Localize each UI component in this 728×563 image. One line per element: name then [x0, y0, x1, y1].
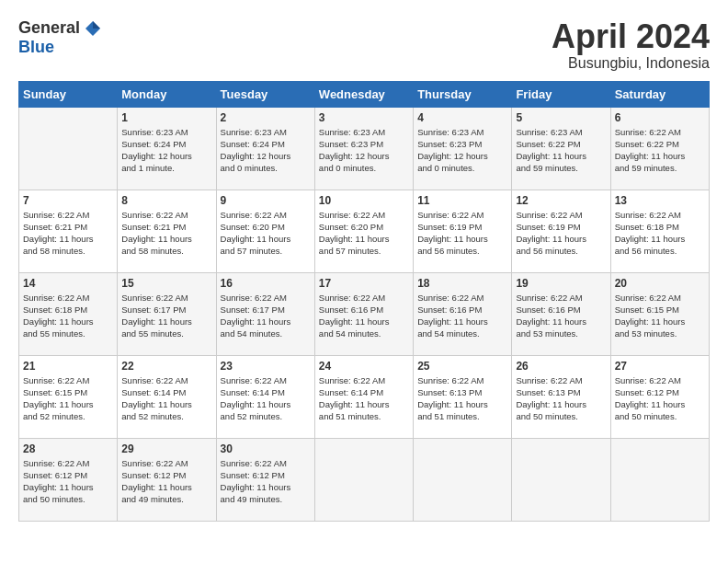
- calendar-cell: 10Sunrise: 6:22 AM Sunset: 6:20 PM Dayli…: [314, 190, 413, 272]
- calendar-cell: 23Sunrise: 6:22 AM Sunset: 6:14 PM Dayli…: [216, 355, 314, 438]
- title-block: April 2024 Busungbiu, Indonesia: [552, 18, 710, 72]
- header-day-sunday: Sunday: [19, 81, 118, 107]
- week-row-3: 14Sunrise: 6:22 AM Sunset: 6:18 PM Dayli…: [19, 272, 710, 355]
- week-row-2: 7Sunrise: 6:22 AM Sunset: 6:21 PM Daylig…: [19, 190, 710, 272]
- cell-info: Sunrise: 6:23 AM Sunset: 6:23 PM Dayligh…: [417, 126, 507, 175]
- cell-info: Sunrise: 6:22 AM Sunset: 6:13 PM Dayligh…: [516, 374, 606, 423]
- cell-info: Sunrise: 6:23 AM Sunset: 6:23 PM Dayligh…: [319, 126, 409, 175]
- day-number: 28: [23, 442, 113, 455]
- day-number: 12: [516, 194, 606, 207]
- cell-info: Sunrise: 6:22 AM Sunset: 6:13 PM Dayligh…: [417, 374, 507, 423]
- calendar-cell: 3Sunrise: 6:23 AM Sunset: 6:23 PM Daylig…: [314, 107, 413, 190]
- day-number: 22: [121, 360, 211, 373]
- cell-info: Sunrise: 6:22 AM Sunset: 6:21 PM Dayligh…: [23, 209, 113, 258]
- cell-info: Sunrise: 6:22 AM Sunset: 6:21 PM Dayligh…: [121, 209, 211, 258]
- cell-info: Sunrise: 6:23 AM Sunset: 6:24 PM Dayligh…: [221, 126, 311, 175]
- calendar-cell: 24Sunrise: 6:22 AM Sunset: 6:14 PM Dayli…: [314, 355, 413, 438]
- cell-info: Sunrise: 6:22 AM Sunset: 6:12 PM Dayligh…: [221, 457, 311, 506]
- cell-info: Sunrise: 6:22 AM Sunset: 6:18 PM Dayligh…: [615, 209, 705, 258]
- day-number: 11: [417, 194, 507, 207]
- cell-info: Sunrise: 6:22 AM Sunset: 6:17 PM Dayligh…: [121, 292, 211, 340]
- calendar-cell: 25Sunrise: 6:22 AM Sunset: 6:13 PM Dayli…: [414, 355, 512, 438]
- calendar-cell: 13Sunrise: 6:22 AM Sunset: 6:18 PM Dayli…: [610, 190, 709, 272]
- logo-blue-text: Blue: [18, 38, 54, 57]
- cell-info: Sunrise: 6:22 AM Sunset: 6:14 PM Dayligh…: [221, 374, 311, 423]
- logo-general-text: General: [18, 18, 80, 38]
- calendar-cell: 20Sunrise: 6:22 AM Sunset: 6:15 PM Dayli…: [610, 272, 709, 355]
- day-number: 7: [23, 194, 113, 207]
- cell-info: Sunrise: 6:23 AM Sunset: 6:22 PM Dayligh…: [516, 126, 606, 175]
- week-row-4: 21Sunrise: 6:22 AM Sunset: 6:15 PM Dayli…: [19, 355, 710, 438]
- calendar-cell: 5Sunrise: 6:23 AM Sunset: 6:22 PM Daylig…: [512, 107, 610, 190]
- calendar-cell: 2Sunrise: 6:23 AM Sunset: 6:24 PM Daylig…: [216, 107, 314, 190]
- cell-info: Sunrise: 6:22 AM Sunset: 6:12 PM Dayligh…: [615, 374, 705, 423]
- cell-info: Sunrise: 6:22 AM Sunset: 6:22 PM Dayligh…: [615, 126, 705, 175]
- header-day-wednesday: Wednesday: [314, 81, 413, 107]
- day-number: 23: [221, 360, 311, 373]
- day-number: 25: [417, 360, 507, 373]
- cell-info: Sunrise: 6:22 AM Sunset: 6:16 PM Dayligh…: [417, 292, 507, 340]
- cell-info: Sunrise: 6:22 AM Sunset: 6:18 PM Dayligh…: [23, 292, 113, 340]
- day-number: 5: [516, 111, 606, 124]
- day-number: 10: [319, 194, 409, 207]
- header-day-tuesday: Tuesday: [216, 81, 314, 107]
- day-number: 15: [121, 277, 211, 290]
- calendar-cell: 19Sunrise: 6:22 AM Sunset: 6:16 PM Dayli…: [512, 272, 610, 355]
- cell-info: Sunrise: 6:22 AM Sunset: 6:12 PM Dayligh…: [121, 457, 211, 506]
- day-number: 20: [615, 277, 705, 290]
- cell-info: Sunrise: 6:22 AM Sunset: 6:16 PM Dayligh…: [319, 292, 409, 340]
- calendar-cell: 16Sunrise: 6:22 AM Sunset: 6:17 PM Dayli…: [216, 272, 314, 355]
- calendar-cell: 15Sunrise: 6:22 AM Sunset: 6:17 PM Dayli…: [118, 272, 216, 355]
- calendar-cell: 21Sunrise: 6:22 AM Sunset: 6:15 PM Dayli…: [19, 355, 118, 438]
- calendar-cell: 18Sunrise: 6:22 AM Sunset: 6:16 PM Dayli…: [414, 272, 512, 355]
- header-day-friday: Friday: [512, 81, 610, 107]
- cell-info: Sunrise: 6:22 AM Sunset: 6:14 PM Dayligh…: [319, 374, 409, 423]
- header-day-monday: Monday: [118, 81, 216, 107]
- calendar-cell: [512, 438, 610, 521]
- cell-info: Sunrise: 6:22 AM Sunset: 6:16 PM Dayligh…: [516, 292, 606, 340]
- calendar-cell: 27Sunrise: 6:22 AM Sunset: 6:12 PM Dayli…: [610, 355, 709, 438]
- calendar-cell: 11Sunrise: 6:22 AM Sunset: 6:19 PM Dayli…: [414, 190, 512, 272]
- day-number: 16: [221, 277, 311, 290]
- calendar-cell: 29Sunrise: 6:22 AM Sunset: 6:12 PM Dayli…: [118, 438, 216, 521]
- calendar-table: SundayMondayTuesdayWednesdayThursdayFrid…: [18, 81, 710, 522]
- calendar-cell: [314, 438, 413, 521]
- day-number: 17: [319, 277, 409, 290]
- day-number: 8: [121, 194, 211, 207]
- calendar-cell: 6Sunrise: 6:22 AM Sunset: 6:22 PM Daylig…: [610, 107, 709, 190]
- day-number: 27: [615, 360, 705, 373]
- month-title: April 2024: [552, 18, 710, 55]
- calendar-cell: 17Sunrise: 6:22 AM Sunset: 6:16 PM Dayli…: [314, 272, 413, 355]
- day-number: 26: [516, 360, 606, 373]
- cell-info: Sunrise: 6:22 AM Sunset: 6:15 PM Dayligh…: [615, 292, 705, 340]
- calendar-cell: 7Sunrise: 6:22 AM Sunset: 6:21 PM Daylig…: [19, 190, 118, 272]
- day-number: 2: [221, 111, 311, 124]
- header-day-saturday: Saturday: [610, 81, 709, 107]
- day-number: 14: [23, 277, 113, 290]
- header-row: SundayMondayTuesdayWednesdayThursdayFrid…: [19, 81, 710, 107]
- calendar-cell: 8Sunrise: 6:22 AM Sunset: 6:21 PM Daylig…: [118, 190, 216, 272]
- day-number: 9: [221, 194, 311, 207]
- day-number: 21: [23, 360, 113, 373]
- day-number: 29: [121, 442, 211, 455]
- location: Busungbiu, Indonesia: [552, 55, 710, 72]
- day-number: 19: [516, 277, 606, 290]
- day-number: 13: [615, 194, 705, 207]
- cell-info: Sunrise: 6:22 AM Sunset: 6:19 PM Dayligh…: [417, 209, 507, 258]
- cell-info: Sunrise: 6:22 AM Sunset: 6:14 PM Dayligh…: [121, 374, 211, 423]
- calendar-cell: 14Sunrise: 6:22 AM Sunset: 6:18 PM Dayli…: [19, 272, 118, 355]
- page-header: General Blue April 2024 Busungbiu, Indon…: [18, 18, 710, 72]
- cell-info: Sunrise: 6:22 AM Sunset: 6:20 PM Dayligh…: [319, 209, 409, 258]
- cell-info: Sunrise: 6:23 AM Sunset: 6:24 PM Dayligh…: [121, 126, 211, 175]
- cell-info: Sunrise: 6:22 AM Sunset: 6:12 PM Dayligh…: [23, 457, 113, 506]
- calendar-cell: 9Sunrise: 6:22 AM Sunset: 6:20 PM Daylig…: [216, 190, 314, 272]
- calendar-cell: 28Sunrise: 6:22 AM Sunset: 6:12 PM Dayli…: [19, 438, 118, 521]
- day-number: 3: [319, 111, 409, 124]
- calendar-cell: 30Sunrise: 6:22 AM Sunset: 6:12 PM Dayli…: [216, 438, 314, 521]
- cell-info: Sunrise: 6:22 AM Sunset: 6:15 PM Dayligh…: [23, 374, 113, 423]
- svg-marker-1: [93, 21, 100, 29]
- week-row-5: 28Sunrise: 6:22 AM Sunset: 6:12 PM Dayli…: [19, 438, 710, 521]
- day-number: 30: [221, 442, 311, 455]
- cell-info: Sunrise: 6:22 AM Sunset: 6:17 PM Dayligh…: [221, 292, 311, 340]
- day-number: 6: [615, 111, 705, 124]
